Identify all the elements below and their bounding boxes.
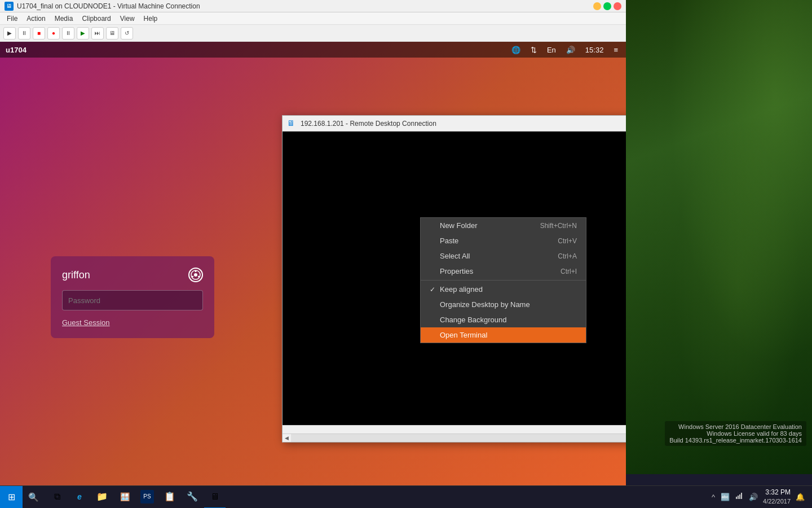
- ctx-new-folder[interactable]: New Folder Shift+Ctrl+N: [421, 218, 586, 233]
- ctx-change-background[interactable]: Change Background: [421, 312, 586, 327]
- windows-logo-icon: ⊞: [8, 492, 15, 502]
- toolbar-btn-1[interactable]: ▶: [3, 27, 16, 40]
- active-app-icon: 🖥: [208, 490, 222, 503]
- context-menu: New Folder Shift+Ctrl+N Paste Ctrl+V: [420, 217, 586, 343]
- taskbar-date: 4/22/2017: [763, 497, 791, 506]
- ctx-separator-1: [421, 280, 586, 281]
- start-button[interactable]: ⊞: [0, 486, 23, 509]
- tree-decoration: [626, 0, 812, 474]
- login-username: griffon: [62, 269, 90, 281]
- menu-clipboard[interactable]: Clipboard: [77, 14, 115, 24]
- taskbar-app-active[interactable]: 🖥: [204, 486, 226, 509]
- password-input[interactable]: [62, 290, 203, 310]
- taskbar-right: ^ 🔤 🔊 3:32 PM 4/22/2017 🔔: [710, 488, 812, 506]
- windows-explorer-icon: 🪟: [118, 490, 131, 503]
- toolbar-btn-pause2[interactable]: ⏸: [62, 27, 74, 40]
- powershell-icon: PS: [140, 490, 154, 503]
- ubuntu-sound-icon[interactable]: 🔊: [564, 45, 577, 55]
- guest-session-link[interactable]: Guest Session: [62, 318, 203, 327]
- ctx-select-all-label: Select All: [440, 252, 470, 260]
- scroll-h-track[interactable]: [291, 434, 626, 442]
- menu-media[interactable]: Media: [50, 14, 78, 24]
- vm-close-btn[interactable]: [614, 2, 621, 10]
- rdp-bottom-bar: ◀ ▶: [283, 433, 626, 442]
- login-user-row: griffon: [62, 268, 203, 282]
- taskbar-apps: ⧉ e 📁 🪟 PS 📋 🔧 🖥: [44, 486, 228, 509]
- toolbar-btn-reset[interactable]: ↺: [121, 27, 133, 40]
- ubuntu-desktop[interactable]: u1704 🌐 ⇅ En 🔊 15:32 ≡ griffon: [0, 42, 626, 508]
- app6-icon: 📋: [163, 490, 176, 503]
- ctx-select-all-shortcut: Ctrl+A: [558, 252, 577, 260]
- ctx-properties-shortcut: Ctrl+I: [561, 268, 577, 275]
- vm-title-controls: [593, 2, 621, 10]
- ubuntu-menu-icon[interactable]: ≡: [611, 45, 620, 55]
- vm-minimize-btn[interactable]: [593, 2, 601, 10]
- svg-rect-5: [736, 497, 737, 499]
- scroll-left-arrow[interactable]: ◀: [283, 434, 291, 443]
- taskbar-app-6[interactable]: 📋: [159, 486, 180, 509]
- ubuntu-network-icon[interactable]: 🌐: [509, 45, 523, 55]
- ctx-organize-desktop[interactable]: Organize Desktop by Name: [421, 297, 586, 312]
- vm-maximize-btn[interactable]: [603, 2, 611, 10]
- login-box: griffon Guest Session: [51, 256, 214, 338]
- ctx-properties[interactable]: Properties Ctrl+I: [421, 264, 586, 279]
- rdp-scrollbar-horizontal[interactable]: [283, 425, 626, 433]
- taskbar-time: 3:32 PM: [763, 488, 791, 497]
- taskbar-search-btn[interactable]: 🔍: [23, 486, 44, 509]
- internet-explorer-icon: e: [73, 490, 86, 503]
- ubuntu-keyboard-icon[interactable]: En: [545, 45, 558, 55]
- ctx-open-terminal[interactable]: Open Terminal: [421, 327, 586, 343]
- taskbar-app-powershell[interactable]: PS: [136, 486, 158, 509]
- taskbar-app-7[interactable]: 🔧: [182, 486, 203, 509]
- toolbar-btn-play[interactable]: ▶: [77, 27, 89, 40]
- menu-view[interactable]: View: [116, 14, 139, 24]
- menu-file[interactable]: File: [2, 14, 22, 24]
- rdp-title-icon: 🖥: [287, 119, 297, 129]
- ubuntu-workspace-label: u1704: [6, 46, 27, 54]
- tray-notification-icon[interactable]: 🔔: [794, 493, 806, 501]
- vm-title-icon: 🖥: [5, 2, 14, 11]
- ctx-paste[interactable]: Paste Ctrl+V: [421, 233, 586, 248]
- search-icon: 🔍: [28, 492, 39, 502]
- svg-point-4: [192, 276, 193, 278]
- taskbar: ⊞ 🔍 ⧉ e 📁 🪟 PS 📋 🔧 🖥 ^ 🔤: [0, 485, 812, 508]
- taskbar-app-file-explorer[interactable]: 📁: [91, 486, 113, 509]
- ctx-new-folder-label-group: New Folder: [430, 221, 477, 230]
- ubuntu-logo-icon[interactable]: [188, 268, 203, 282]
- app7-icon: 🔧: [186, 490, 199, 503]
- ctx-organize-label: Organize Desktop by Name: [440, 300, 530, 309]
- taskbar-app-task-view[interactable]: ⧉: [46, 486, 68, 509]
- taskbar-app-ie[interactable]: e: [69, 486, 90, 509]
- toolbar-btn-stop[interactable]: ■: [33, 27, 45, 40]
- menu-help[interactable]: Help: [139, 14, 162, 24]
- file-explorer-icon: 📁: [95, 490, 109, 503]
- ubuntu-time: 15:32: [583, 45, 606, 55]
- toolbar-btn-ff[interactable]: ⏭: [91, 27, 104, 40]
- toolbar-btn-2[interactable]: ⏸: [18, 27, 30, 40]
- toolbar-btn-monitor[interactable]: 🖥: [106, 27, 118, 40]
- toolbar-btn-rec[interactable]: ●: [47, 27, 60, 40]
- ctx-keep-aligned[interactable]: ✓ Keep aligned: [421, 282, 586, 297]
- ctx-new-folder-label: New Folder: [440, 221, 477, 230]
- ubuntu-transfer-icon[interactable]: ⇅: [528, 45, 539, 55]
- license-line1: Windows Server 2016 Datacenter Evaluatio…: [669, 423, 802, 430]
- license-text: Windows Server 2016 Datacenter Evaluatio…: [665, 421, 806, 446]
- tray-input-icon[interactable]: 🔤: [719, 493, 731, 501]
- ctx-select-all[interactable]: Select All Ctrl+A: [421, 248, 586, 264]
- taskbar-clock[interactable]: 3:32 PM 4/22/2017: [763, 488, 791, 506]
- taskbar-app-win-explorer[interactable]: 🪟: [114, 486, 135, 509]
- ctx-properties-label: Properties: [440, 267, 473, 275]
- tray-network-icon[interactable]: [734, 492, 745, 502]
- ubuntu-topbar: u1704 🌐 ⇅ En 🔊 15:32 ≡: [0, 42, 626, 58]
- menu-action[interactable]: Action: [22, 14, 50, 24]
- svg-rect-6: [738, 496, 739, 499]
- vm-title-text: U1704_final on CLOUDNODE1 - Virtual Mach…: [17, 2, 593, 10]
- svg-point-3: [198, 276, 200, 278]
- license-line2: Windows License valid for 83 days: [669, 430, 802, 437]
- tray-chevron-icon[interactable]: ^: [710, 493, 717, 501]
- tray-volume-icon[interactable]: 🔊: [747, 493, 760, 501]
- rdp-titlebar: 🖥 192.168.1.201 - Remote Desktop Connect…: [283, 116, 626, 132]
- rdp-title-text: 192.168.1.201 - Remote Desktop Connectio…: [301, 120, 625, 128]
- rdp-content[interactable]: New Folder Shift+Ctrl+N Paste Ctrl+V: [283, 132, 626, 433]
- svg-point-2: [195, 270, 197, 272]
